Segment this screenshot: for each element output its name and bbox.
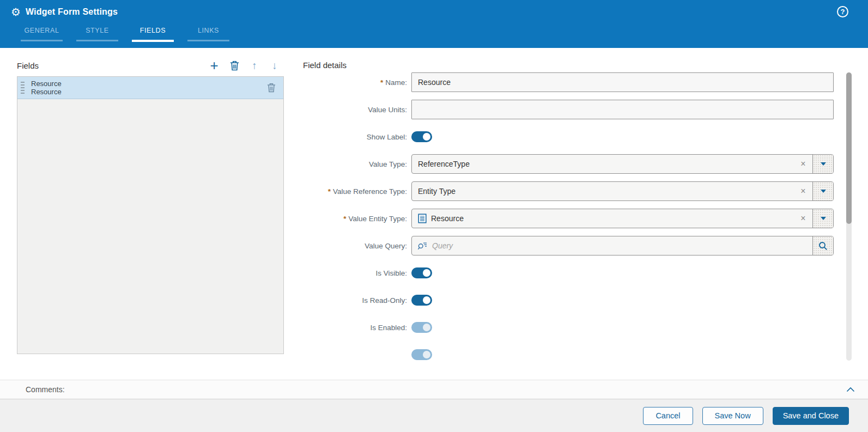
name-label: *Name: bbox=[303, 78, 411, 87]
tab-fields[interactable]: FIELDS bbox=[132, 25, 174, 42]
value-reference-type-label: *Value Reference Type: bbox=[303, 187, 411, 196]
save-and-close-button[interactable]: Save and Close bbox=[773, 407, 849, 425]
value-entity-type-label: *Value Entity Type: bbox=[303, 215, 411, 223]
fields-list: Resource Resource bbox=[17, 76, 284, 354]
gear-icon: ⚙ bbox=[11, 7, 21, 17]
value-units-input[interactable] bbox=[411, 100, 834, 119]
move-down-button[interactable]: ↓ bbox=[269, 59, 281, 72]
row-is-enabled: Is Enabled: bbox=[303, 318, 834, 337]
plus-icon: + bbox=[210, 59, 218, 71]
row-show-label: Show Label: bbox=[303, 127, 834, 147]
row-clipped bbox=[303, 345, 834, 361]
clear-icon[interactable]: × bbox=[794, 209, 812, 228]
value-entity-type-value: Resource bbox=[431, 214, 464, 223]
query-placeholder: Query bbox=[427, 241, 812, 250]
entity-type-icon bbox=[418, 214, 427, 223]
tab-fields-label: FIELDS bbox=[140, 27, 166, 34]
item-delete-icon[interactable] bbox=[267, 83, 276, 93]
value-type-label: Value Type: bbox=[303, 160, 411, 168]
fields-toolbar: + ↑ ↓ bbox=[208, 59, 284, 72]
search-icon bbox=[818, 241, 828, 251]
is-enabled-label: Is Enabled: bbox=[303, 324, 411, 332]
is-read-only-toggle[interactable] bbox=[411, 295, 432, 306]
is-enabled-toggle[interactable] bbox=[411, 322, 432, 333]
list-item-line1: Resource bbox=[31, 80, 62, 88]
field-list-item-resource[interactable]: Resource Resource bbox=[17, 77, 283, 99]
dialog-title: Widget Form Settings bbox=[26, 7, 118, 17]
question-mark-icon: ? bbox=[841, 8, 845, 16]
fields-panel-header: Fields + ↑ ↓ bbox=[17, 57, 284, 74]
field-details-form: *Name: Value Units: Show Label: Value Ty… bbox=[303, 72, 834, 361]
move-up-button[interactable]: ↑ bbox=[248, 59, 260, 72]
row-value-entity-type: *Value Entity Type: Resource × bbox=[303, 209, 834, 228]
value-reference-type-dropdown[interactable]: Entity Type × bbox=[411, 181, 834, 201]
toggle-knob bbox=[423, 296, 430, 304]
row-is-read-only: Is Read-Only: bbox=[303, 290, 834, 310]
value-query-label: Value Query: bbox=[303, 242, 411, 250]
clipped-toggle[interactable] bbox=[411, 349, 432, 360]
required-asterisk: * bbox=[380, 78, 383, 87]
clear-icon[interactable]: × bbox=[794, 155, 812, 173]
tab-bar: GENERAL STYLE FIELDS LINKS bbox=[21, 25, 868, 42]
chevron-down-icon bbox=[821, 217, 826, 220]
show-label-toggle[interactable] bbox=[411, 131, 432, 142]
dropdown-open-button[interactable] bbox=[812, 209, 833, 228]
row-value-query: Value Query: Query bbox=[303, 236, 834, 255]
form-scrollbar-thumb[interactable] bbox=[846, 72, 852, 224]
tab-underline bbox=[132, 40, 174, 42]
show-label-label: Show Label: bbox=[303, 133, 411, 141]
value-type-dropdown[interactable]: ReferenceType × bbox=[411, 154, 834, 174]
tab-links-label: LINKS bbox=[198, 27, 219, 34]
dropdown-open-button[interactable] bbox=[812, 155, 833, 173]
widget-form-settings-dialog: ⚙ Widget Form Settings ? GENERAL STYLE F… bbox=[0, 0, 868, 432]
list-item-line2: Resource bbox=[31, 88, 62, 96]
cancel-button[interactable]: Cancel bbox=[643, 407, 693, 425]
value-query-input[interactable]: Query bbox=[411, 236, 834, 255]
value-type-value: ReferenceType bbox=[412, 160, 794, 168]
comments-label: Comments: bbox=[26, 385, 65, 394]
footer-action-bar: Cancel Save Now Save and Close bbox=[0, 399, 868, 432]
toggle-knob bbox=[423, 269, 430, 277]
name-input[interactable] bbox=[411, 72, 834, 92]
tab-style[interactable]: STYLE bbox=[76, 25, 118, 42]
value-units-label: Value Units: bbox=[303, 106, 411, 114]
required-asterisk: * bbox=[343, 215, 346, 223]
tab-style-label: STYLE bbox=[86, 27, 109, 34]
value-reference-type-value: Entity Type bbox=[412, 187, 794, 196]
value-entity-type-dropdown[interactable]: Resource × bbox=[411, 209, 834, 228]
tab-general[interactable]: GENERAL bbox=[21, 25, 63, 42]
toggle-knob bbox=[423, 351, 430, 358]
is-read-only-label: Is Read-Only: bbox=[303, 296, 411, 305]
help-button[interactable]: ? bbox=[837, 6, 848, 17]
tab-underline bbox=[76, 40, 118, 41]
collapse-comments-button[interactable] bbox=[846, 387, 855, 392]
tab-underline bbox=[21, 40, 63, 41]
tab-links[interactable]: LINKS bbox=[187, 25, 229, 42]
search-button[interactable] bbox=[812, 236, 833, 255]
fields-panel: Fields + ↑ ↓ bbox=[17, 57, 284, 354]
tab-general-label: GENERAL bbox=[25, 27, 59, 34]
query-icon bbox=[417, 241, 427, 251]
list-item-text: Resource Resource bbox=[31, 80, 62, 96]
save-now-button[interactable]: Save Now bbox=[702, 407, 763, 425]
arrow-up-icon: ↑ bbox=[252, 60, 257, 71]
delete-field-button[interactable] bbox=[228, 59, 240, 72]
trash-icon bbox=[230, 60, 239, 71]
chevron-down-icon bbox=[821, 162, 826, 166]
comments-bar: Comments: bbox=[0, 380, 868, 399]
drag-handle-icon[interactable] bbox=[21, 82, 25, 94]
is-visible-toggle[interactable] bbox=[411, 267, 432, 278]
trash-icon bbox=[267, 83, 276, 93]
clear-icon[interactable]: × bbox=[794, 182, 812, 200]
row-value-type: Value Type: ReferenceType × bbox=[303, 154, 834, 174]
fields-panel-title: Fields bbox=[17, 61, 39, 70]
row-name: *Name: bbox=[303, 72, 834, 92]
form-scrollbar-track[interactable] bbox=[846, 72, 852, 361]
toggle-knob bbox=[423, 133, 430, 141]
dialog-header: ⚙ Widget Form Settings ? GENERAL STYLE F… bbox=[0, 0, 868, 48]
row-is-visible: Is Visible: bbox=[303, 263, 834, 283]
required-asterisk: * bbox=[328, 187, 331, 196]
dropdown-open-button[interactable] bbox=[812, 182, 833, 200]
tab-underline bbox=[187, 40, 229, 41]
add-field-button[interactable]: + bbox=[208, 59, 220, 72]
